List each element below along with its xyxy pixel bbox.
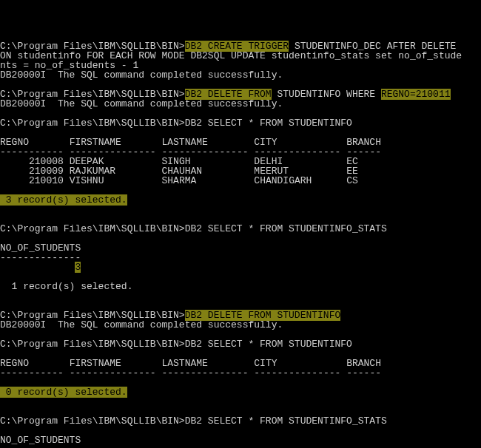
terminal-output: C:\Program Files\IBM\SQLLIB\BIN>DB2 CREA… xyxy=(0,38,481,448)
col-dash: --------------- xyxy=(161,367,248,379)
records-selected-0: 0 record(s) selected. xyxy=(0,387,127,398)
cmd-select-1: DB2 SELECT * FROM STUDENTINFO xyxy=(185,118,352,129)
cmd-select-stats-1: DB2 SELECT * FROM STUDENTINFO_STATS xyxy=(185,223,387,234)
stats-dash: -------------- xyxy=(0,444,81,448)
table-cell: VISHNU xyxy=(70,175,156,186)
col-dash: ------ xyxy=(346,367,381,379)
success-msg-2: DB20000I The SQL command completed succe… xyxy=(0,98,283,109)
prompt: C:\Program Files\IBM\SQLLIB\BIN> xyxy=(0,118,185,129)
col-dash: --------------- xyxy=(70,367,156,379)
table-row: 210010 xyxy=(0,175,64,186)
records-selected-3: 3 record(s) selected. xyxy=(0,194,127,206)
cmd-delete-hl2: REGNO=210011 xyxy=(381,89,451,100)
records-selected-1a: 1 record(s) selected. xyxy=(0,281,132,292)
col-dash: ----------- xyxy=(0,367,64,379)
success-msg-1: DB20000I The SQL command completed succe… xyxy=(0,69,283,81)
cmd-delete-mid: STUDENTINFO WHERE xyxy=(272,89,381,100)
success-msg-3: DB20000I The SQL command completed succe… xyxy=(0,319,283,330)
cmd-select-stats-2: DB2 SELECT * FROM STUDENTINFO_STATS xyxy=(185,415,387,427)
prompt: C:\Program Files\IBM\SQLLIB\BIN> xyxy=(0,415,185,427)
prompt: C:\Program Files\IBM\SQLLIB\BIN> xyxy=(0,223,185,234)
stats-value-3: 3 xyxy=(75,262,81,273)
cmd-select-2: DB2 SELECT * FROM STUDENTINFO xyxy=(185,339,352,350)
table-cell: CHANDIGARH xyxy=(254,175,340,186)
prompt: C:\Program Files\IBM\SQLLIB\BIN> xyxy=(0,339,185,350)
table-cell: SHARMA xyxy=(161,175,248,186)
table-cell: CS xyxy=(346,175,381,186)
stats-dash: -------------- xyxy=(0,252,81,263)
col-dash: --------------- xyxy=(254,367,340,379)
